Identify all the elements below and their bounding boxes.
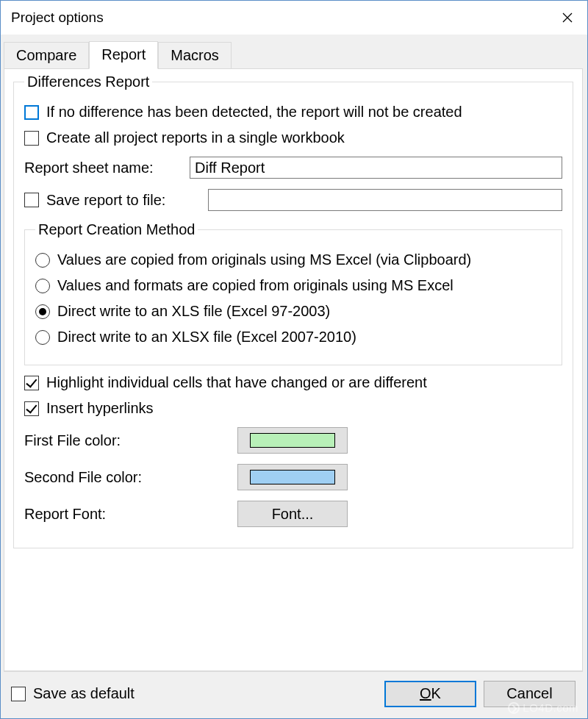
checkbox-highlight-cells[interactable] — [24, 376, 39, 390]
label-first-file-color: First File color: — [24, 432, 237, 449]
label-opt2: Values and formats are copied from origi… — [57, 277, 453, 294]
label-no-diff: If no difference has been detected, the … — [46, 104, 462, 121]
row-report-font: Report Font: Font... — [24, 501, 562, 527]
button-font-label: Font... — [272, 506, 314, 523]
row-save-to-file: Save report to file: — [24, 189, 562, 211]
cancel-button-label: Cancel — [506, 685, 552, 702]
input-save-to-file[interactable] — [208, 189, 562, 211]
tab-compare[interactable]: Compare — [4, 42, 89, 68]
label-opt4: Direct write to an XLSX file (Excel 2007… — [57, 329, 356, 346]
radio-row-opt2[interactable]: Values and formats are copied from origi… — [35, 277, 551, 294]
label-highlight-cells: Highlight individual cells that have cha… — [46, 374, 427, 391]
label-opt3: Direct write to an XLS file (Excel 97-20… — [57, 303, 330, 320]
close-icon — [562, 12, 573, 23]
checkbox-save-to-file[interactable] — [24, 193, 39, 207]
group-creation-method: Report Creation Method Values are copied… — [24, 221, 562, 365]
close-button[interactable] — [549, 4, 586, 31]
label-save-to-file: Save report to file: — [46, 192, 165, 209]
swatch-second-file-color — [250, 470, 335, 484]
tab-report[interactable]: Report — [89, 41, 158, 69]
content-area: Compare Report Macros Differences Report… — [1, 35, 587, 718]
radio-row-opt4[interactable]: Direct write to an XLSX file (Excel 2007… — [35, 329, 551, 346]
tab-page-report: Differences Report If no difference has … — [4, 68, 583, 671]
radio-opt3[interactable] — [35, 304, 50, 319]
row-save-as-default[interactable]: Save as default — [11, 685, 377, 702]
radio-opt1[interactable] — [35, 253, 50, 268]
label-report-font: Report Font: — [24, 506, 237, 523]
tabs-row: Compare Report Macros — [4, 43, 583, 68]
label-insert-hyperlinks: Insert hyperlinks — [46, 400, 154, 417]
input-report-sheet-name[interactable] — [190, 157, 562, 179]
row-highlight-cells[interactable]: Highlight individual cells that have cha… — [24, 374, 562, 391]
label-opt1: Values are copied from originals using M… — [57, 251, 471, 268]
radio-row-opt3[interactable]: Direct write to an XLS file (Excel 97-20… — [35, 303, 551, 320]
row-insert-hyperlinks[interactable]: Insert hyperlinks — [24, 400, 562, 417]
group-differences-report: Differences Report If no difference has … — [13, 74, 573, 548]
ok-button[interactable]: OK — [384, 681, 476, 707]
dialog-window: Project options Compare Report Macros Di… — [0, 0, 588, 719]
button-font[interactable]: Font... — [237, 501, 348, 527]
checkbox-save-as-default[interactable] — [11, 687, 26, 701]
row-report-sheet-name: Report sheet name: — [24, 157, 562, 179]
radio-opt4[interactable] — [35, 330, 50, 345]
checkbox-single-workbook[interactable] — [24, 131, 39, 146]
checkbox-insert-hyperlinks[interactable] — [24, 401, 39, 416]
bottom-bar: Save as default OK Cancel — [4, 671, 583, 715]
radio-row-opt1[interactable]: Values are copied from originals using M… — [35, 251, 551, 268]
row-no-diff[interactable]: If no difference has been detected, the … — [24, 104, 562, 121]
window-title: Project options — [11, 10, 549, 26]
label-save-as-default: Save as default — [33, 685, 135, 702]
cancel-button[interactable]: Cancel — [484, 681, 576, 707]
row-first-file-color: First File color: — [24, 427, 562, 454]
label-single-workbook: Create all project reports in a single w… — [46, 129, 345, 146]
button-second-file-color[interactable] — [237, 464, 348, 490]
label-second-file-color: Second File color: — [24, 469, 237, 486]
row-single-workbook[interactable]: Create all project reports in a single w… — [24, 129, 562, 146]
button-first-file-color[interactable] — [237, 427, 348, 454]
checkbox-no-diff[interactable] — [24, 105, 39, 120]
row-second-file-color: Second File color: — [24, 464, 562, 490]
titlebar: Project options — [1, 1, 587, 35]
group-legend-creation-method: Report Creation Method — [35, 221, 198, 238]
swatch-first-file-color — [250, 433, 335, 448]
label-report-sheet-name: Report sheet name: — [24, 160, 190, 176]
ok-button-label: OK — [420, 685, 441, 702]
radio-opt2[interactable] — [35, 279, 50, 293]
tab-macros[interactable]: Macros — [158, 42, 232, 68]
group-legend-differences-report: Differences Report — [24, 74, 152, 90]
